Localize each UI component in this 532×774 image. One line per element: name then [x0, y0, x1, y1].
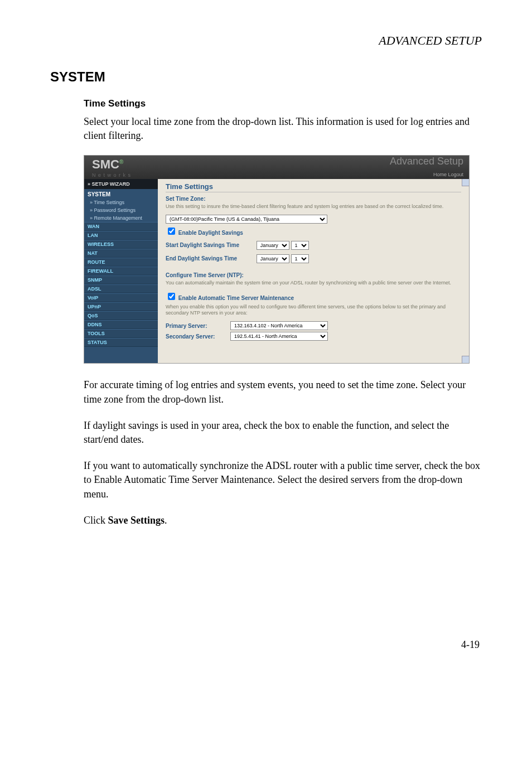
para-dst: If daylight savings is used in your area… [84, 419, 482, 447]
enable-ntp-label: Enable Automatic Time Server Maintenance [178, 295, 294, 301]
figure-links[interactable]: Home Logout [433, 172, 463, 177]
sidebar-item-adsl[interactable]: ADSL [84, 284, 158, 293]
timezone-select[interactable]: (GMT-08:00)Pacific Time (US & Canada), T… [166, 215, 327, 224]
figure-title: Advanced Setup [390, 156, 463, 167]
end-month-select[interactable]: January [257, 254, 289, 263]
start-month-select[interactable]: January [257, 241, 289, 250]
sidebar-item-wan[interactable]: WAN [84, 222, 158, 231]
secondary-server-label: Secondary Server: [166, 333, 227, 340]
sidebar-item-qos[interactable]: QoS [84, 311, 158, 320]
end-day-select[interactable]: 1 [291, 254, 309, 263]
sidebar-item-firewall[interactable]: FIREWALL [84, 267, 158, 275]
section-heading: SYSTEM [50, 69, 482, 85]
set-time-zone-label: Set Time Zone: [166, 196, 461, 202]
sidebar-item-remote-management[interactable]: » Remote Management [84, 214, 158, 222]
sidebar-item-time-settings[interactable]: » Time Settings [84, 199, 158, 206]
sidebar-item-status[interactable]: STATUS [84, 338, 158, 347]
sidebar-item-snmp[interactable]: SNMP [84, 275, 158, 284]
sidebar-item-upnp[interactable]: UPnP [84, 302, 158, 311]
panel-title: Time Settings [166, 182, 461, 192]
sidebar-setup-wizard[interactable]: » SETUP WIZARD [84, 179, 158, 189]
sidebar-group-system[interactable]: SYSTEM [84, 189, 158, 199]
scroll-up-icon[interactable] [462, 179, 469, 186]
sidebar-item-wireless[interactable]: WIRELESS [84, 240, 158, 249]
subsection-heading: Time Settings [84, 98, 482, 109]
para-accurate: For accurate timing of log entries and s… [84, 378, 482, 406]
sidebar-item-lan[interactable]: LAN [84, 231, 158, 240]
sidebar-item-nat[interactable]: NAT [84, 249, 158, 258]
ntp-hint: You can automatically maintain the syste… [166, 280, 461, 287]
start-dst-label: Start Daylight Savings Time [166, 242, 255, 248]
tz-hint: Use this setting to insure the time-base… [166, 204, 461, 210]
smc-logo-sub: N e t w o r k s [92, 172, 131, 178]
enable-dst-label: Enable Daylight Savings [178, 230, 243, 236]
para-save: Click Save Settings. [84, 514, 482, 528]
figure-title-area: Advanced Setup Home Logout [390, 156, 463, 179]
secondary-server-select[interactable]: 192.5.41.41 - North America [230, 332, 328, 341]
router-screenshot: SMC® N e t w o r k s Advanced Setup Home… [84, 155, 470, 364]
sidebar-item-voip[interactable]: VoIP [84, 293, 158, 302]
scroll-down-icon[interactable] [462, 356, 469, 363]
intro-paragraph: Select your local time zone from the dro… [84, 115, 482, 143]
sidebar: » SETUP WIZARD SYSTEM » Time Settings » … [84, 179, 158, 363]
page-header: ADVANCED SETUP [50, 33, 482, 48]
main-panel: Time Settings Set Time Zone: Use this se… [158, 179, 469, 363]
enable-dst-checkbox[interactable] [168, 228, 175, 235]
sidebar-item-ddns[interactable]: DDNS [84, 320, 158, 329]
ntp-hint2: When you enable this option you will nee… [166, 304, 461, 317]
smc-logo: SMC® [92, 157, 123, 171]
enable-ntp-checkbox[interactable] [168, 293, 175, 300]
start-day-select[interactable]: 1 [291, 241, 309, 250]
primary-server-select[interactable]: 132.163.4.102 - North America [230, 321, 328, 330]
end-dst-label: End Daylight Savings Time [166, 255, 255, 262]
page-number: 4-19 [50, 639, 482, 651]
sidebar-item-password-settings[interactable]: » Password Settings [84, 206, 158, 214]
sidebar-item-tools[interactable]: TOOLS [84, 329, 158, 338]
ntp-config-label: Configure Time Server (NTP): [166, 272, 461, 278]
primary-server-label: Primary Server: [166, 323, 227, 329]
figure-header: SMC® N e t w o r k s Advanced Setup Home… [84, 156, 469, 179]
sidebar-item-route[interactable]: ROUTE [84, 258, 158, 267]
para-ntp: If you want to automatically synchronize… [84, 459, 482, 501]
